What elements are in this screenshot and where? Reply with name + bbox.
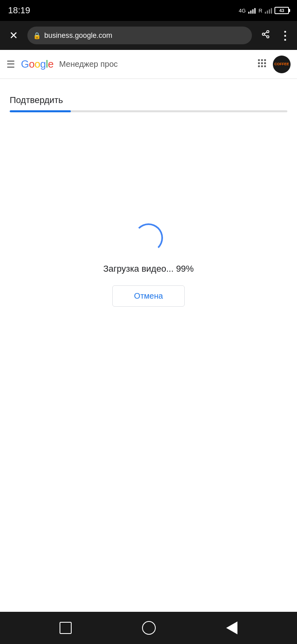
- signal-bars-1: [248, 7, 256, 14]
- lock-icon: 🔒: [33, 32, 41, 39]
- close-tab-button[interactable]: ✕: [6, 29, 21, 42]
- loading-spinner: [134, 223, 163, 252]
- status-bar: 18:19 4G R 43: [0, 0, 297, 21]
- svg-rect-10: [264, 62, 266, 64]
- back-button[interactable]: [226, 621, 237, 634]
- signal-bars-2: [265, 7, 272, 14]
- google-logo: Google: [21, 58, 54, 70]
- avatar-text: COFFEE: [274, 62, 289, 66]
- progress-label: Подтвердить: [10, 95, 287, 105]
- home-button[interactable]: [142, 621, 156, 635]
- hamburger-menu-icon[interactable]: ☰: [6, 59, 15, 70]
- app-title: Менеджер прос: [59, 60, 251, 69]
- recent-apps-icon: [60, 622, 72, 634]
- content-area: Загрузка видео... 99% Отмена: [0, 207, 297, 323]
- svg-rect-5: [258, 59, 260, 61]
- loading-text: Загрузка видео... 99%: [103, 264, 194, 274]
- bottom-nav: [0, 612, 297, 644]
- progress-section: Подтвердить: [0, 79, 297, 119]
- share-button[interactable]: [258, 30, 273, 41]
- avatar[interactable]: COFFEE: [273, 56, 291, 73]
- back-icon: [226, 621, 237, 634]
- address-bar[interactable]: 🔒 business.google.com: [27, 27, 252, 44]
- browser-bar: ✕ 🔒 business.google.com ⋮: [0, 21, 297, 50]
- status-icons: 4G R 43: [239, 7, 289, 14]
- svg-line-3: [264, 35, 267, 36]
- progress-bar-fill: [10, 110, 71, 112]
- recent-apps-button[interactable]: [60, 622, 72, 634]
- signal-4g-icon: 4G: [239, 8, 245, 14]
- browser-menu-button[interactable]: ⋮: [279, 29, 291, 42]
- spinner-container: Загрузка видео... 99% Отмена: [103, 223, 194, 307]
- svg-rect-9: [261, 62, 263, 64]
- home-icon: [142, 621, 156, 635]
- roaming-icon: R: [259, 8, 262, 14]
- battery-icon: 43: [274, 7, 289, 14]
- address-text: business.google.com: [44, 31, 246, 40]
- apps-grid-icon[interactable]: [257, 58, 267, 71]
- svg-rect-7: [264, 59, 266, 61]
- progress-bar-container: [10, 110, 287, 112]
- cancel-button[interactable]: Отмена: [112, 285, 185, 307]
- svg-rect-13: [264, 65, 266, 67]
- top-nav: ☰ Google Менеджер прос COFFEE: [0, 50, 297, 79]
- svg-rect-6: [261, 59, 263, 61]
- status-time: 18:19: [8, 5, 30, 16]
- svg-rect-8: [258, 62, 260, 64]
- svg-rect-11: [258, 65, 260, 67]
- svg-line-4: [264, 32, 267, 34]
- svg-rect-12: [261, 65, 263, 67]
